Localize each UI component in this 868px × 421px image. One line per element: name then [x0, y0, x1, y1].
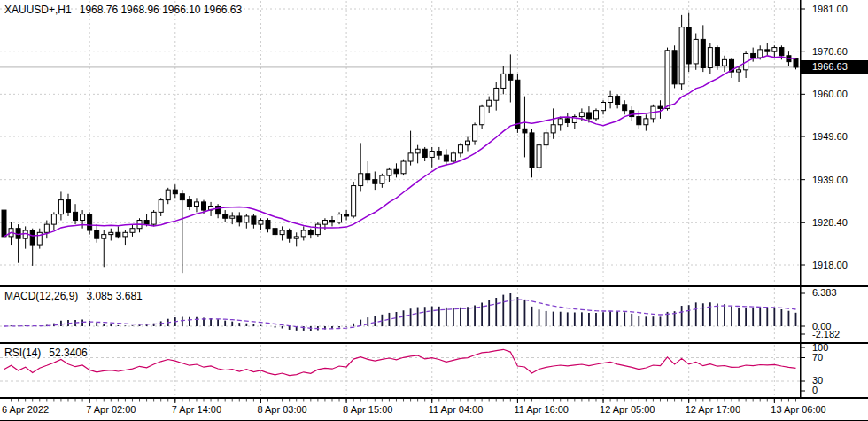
time-axis-label: 8 Apr 15:00	[343, 404, 392, 415]
rsi-axis-tick-label: 70	[812, 352, 823, 363]
time-axis-label: 7 Apr 02:00	[86, 404, 136, 415]
time-axis-label: 11 Apr 04:00	[429, 404, 484, 415]
macd-axis-tick-label: -2.182	[812, 329, 840, 339]
price-axis-tick-label: 1949.60	[812, 131, 848, 142]
price-axis-tick-label: 1939.00	[812, 175, 848, 185]
trading-chart-window: 1981.001970.601960.001949.601939.001928.…	[0, 0, 868, 421]
current-price-tag: 1966.63	[801, 60, 868, 74]
price-axis-tick-label: 1970.60	[812, 46, 848, 57]
rsi-axis-tick-label: 0	[812, 385, 818, 395]
time-axis-label: 13 Apr 06:00	[771, 404, 825, 415]
time-axis-label: 6 Apr 2022	[2, 404, 49, 415]
macd-axis-tick-label: 6.383	[812, 287, 837, 298]
time-axis-label: 12 Apr 17:00	[686, 404, 740, 415]
chart-canvas[interactable]: 1981.001970.601960.001949.601939.001928.…	[0, 0, 868, 421]
time-axis-label: 11 Apr 16:00	[514, 404, 569, 415]
price-axis-tick-label: 1960.00	[812, 89, 848, 99]
price-axis-tick-label: 1981.00	[812, 4, 848, 14]
time-axis-label: 8 Apr 03:00	[257, 404, 306, 415]
time-axis-label: 12 Apr 05:00	[600, 404, 655, 415]
time-axis-label: 7 Apr 14:00	[172, 404, 221, 415]
price-axis-tick-label: 1928.40	[812, 217, 848, 228]
price-axis-tick-label: 1918.00	[812, 260, 848, 270]
